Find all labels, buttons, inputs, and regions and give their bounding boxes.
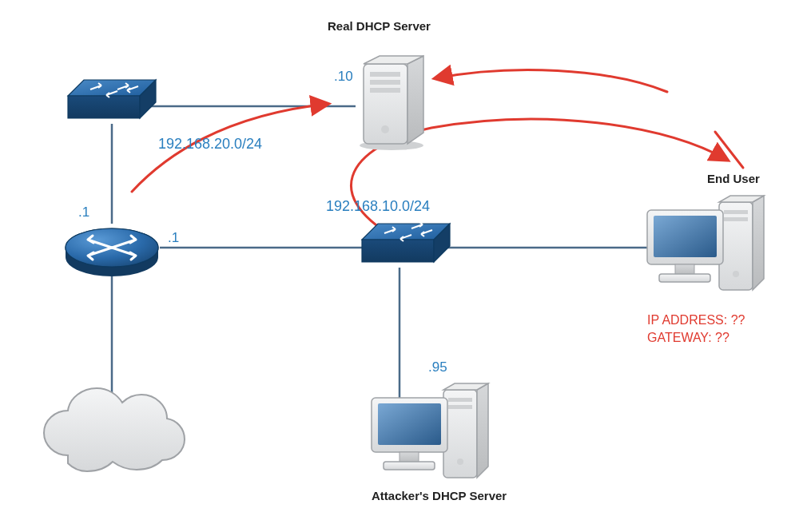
svg-rect-15 — [370, 80, 400, 85]
end-user-status-gw: GATEWAY: ?? — [647, 331, 729, 344]
svg-point-23 — [733, 271, 739, 277]
switch-mid-icon — [362, 222, 450, 262]
real-dhcp-label: Real DHCP Server — [328, 19, 431, 33]
svg-rect-37 — [384, 462, 435, 470]
attacker-dhcp-icon — [372, 383, 488, 478]
links — [112, 106, 654, 423]
svg-rect-21 — [724, 210, 748, 214]
arrow-scribble — [715, 132, 743, 168]
svg-marker-4 — [362, 240, 434, 262]
router-right-ip: .1 — [168, 230, 179, 246]
svg-rect-32 — [448, 405, 472, 409]
svg-rect-16 — [370, 88, 400, 93]
svg-rect-27 — [659, 274, 710, 282]
real-dhcp-ip: .10 — [334, 69, 353, 85]
attacker-dhcp-ip: .95 — [428, 359, 447, 375]
cloud-icon — [44, 388, 185, 471]
svg-marker-29 — [477, 383, 488, 478]
switch-top-icon — [68, 80, 156, 118]
network-diagram — [0, 0, 799, 532]
svg-rect-31 — [448, 398, 472, 402]
end-user-status: IP ADDRESS: ?? GATEWAY: ?? — [647, 312, 745, 347]
end-user-icon — [647, 196, 764, 290]
real-dhcp-server-icon — [360, 56, 423, 150]
svg-rect-22 — [724, 217, 748, 221]
router-left-ip: .1 — [78, 204, 89, 220]
end-user-label: End User — [707, 172, 760, 185]
svg-rect-35 — [378, 403, 441, 445]
end-user-status-ip: IP ADDRESS: ?? — [647, 313, 745, 327]
svg-marker-19 — [753, 196, 764, 290]
svg-marker-1 — [68, 96, 140, 118]
arrow-enduser-to-real-dhcp — [435, 70, 667, 92]
network-mid-label: 192.168.10.0/24 — [326, 198, 430, 215]
svg-marker-12 — [407, 56, 423, 144]
svg-rect-25 — [654, 216, 717, 257]
svg-point-17 — [381, 125, 389, 133]
router-icon — [66, 228, 158, 276]
attacker-dhcp-label: Attacker's DHCP Server — [372, 489, 507, 502]
network-top-label: 192.168.20.0/24 — [158, 136, 262, 153]
svg-point-33 — [457, 459, 463, 465]
svg-rect-14 — [370, 72, 400, 77]
